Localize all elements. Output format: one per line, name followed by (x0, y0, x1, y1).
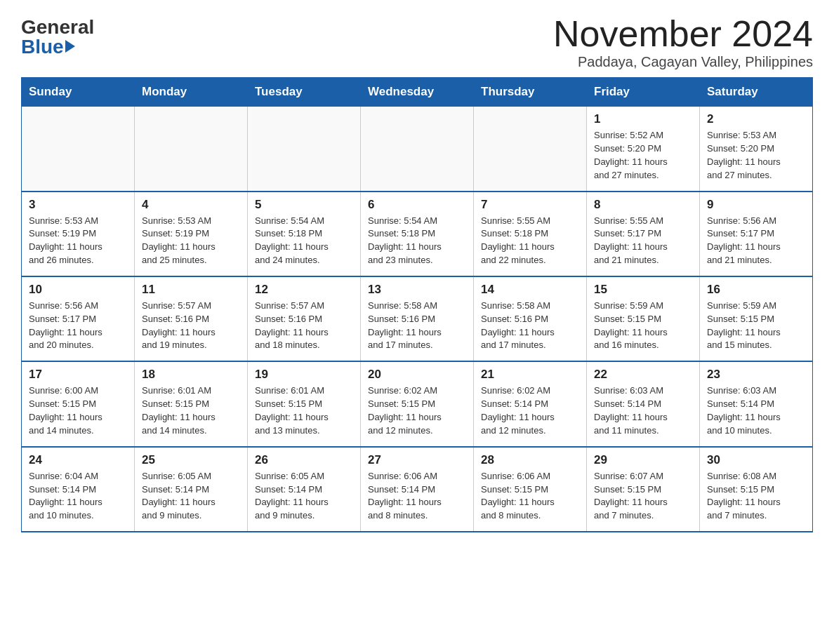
weekday-header-wednesday: Wednesday (361, 78, 474, 107)
calendar-cell: 11Sunrise: 5:57 AM Sunset: 5:16 PM Dayli… (135, 276, 248, 361)
day-info: Sunrise: 6:03 AM Sunset: 5:14 PM Dayligh… (594, 384, 692, 437)
logo-triangle-icon (65, 40, 75, 53)
day-info: Sunrise: 5:55 AM Sunset: 5:18 PM Dayligh… (481, 215, 579, 267)
day-number: 5 (255, 198, 353, 212)
day-info: Sunrise: 6:02 AM Sunset: 5:14 PM Dayligh… (481, 384, 579, 437)
day-number: 25 (142, 453, 240, 467)
calendar-cell: 18Sunrise: 6:01 AM Sunset: 5:15 PM Dayli… (135, 361, 248, 446)
day-number: 28 (481, 453, 579, 467)
calendar-week-row: 24Sunrise: 6:04 AM Sunset: 5:14 PM Dayli… (22, 447, 813, 532)
day-info: Sunrise: 5:54 AM Sunset: 5:18 PM Dayligh… (368, 215, 466, 267)
day-number: 19 (255, 368, 353, 382)
calendar-week-row: 10Sunrise: 5:56 AM Sunset: 5:17 PM Dayli… (22, 276, 813, 361)
calendar-cell: 23Sunrise: 6:03 AM Sunset: 5:14 PM Dayli… (700, 361, 813, 446)
calendar-cell: 2Sunrise: 5:53 AM Sunset: 5:20 PM Daylig… (700, 107, 813, 192)
day-info: Sunrise: 5:58 AM Sunset: 5:16 PM Dayligh… (368, 300, 466, 352)
calendar-table: SundayMondayTuesdayWednesdayThursdayFrid… (21, 77, 813, 532)
day-number: 21 (481, 368, 579, 382)
calendar-cell: 12Sunrise: 5:57 AM Sunset: 5:16 PM Dayli… (248, 276, 361, 361)
day-number: 10 (29, 283, 127, 297)
calendar-cell: 4Sunrise: 5:53 AM Sunset: 5:19 PM Daylig… (135, 192, 248, 276)
day-number: 9 (707, 198, 805, 212)
day-info: Sunrise: 5:57 AM Sunset: 5:16 PM Dayligh… (142, 300, 240, 352)
title-area: November 2024 Paddaya, Cagayan Valley, P… (553, 14, 813, 70)
day-info: Sunrise: 5:58 AM Sunset: 5:16 PM Dayligh… (481, 300, 579, 352)
day-info: Sunrise: 5:59 AM Sunset: 5:15 PM Dayligh… (594, 300, 692, 352)
calendar-cell: 17Sunrise: 6:00 AM Sunset: 5:15 PM Dayli… (22, 361, 135, 446)
day-number: 4 (142, 198, 240, 212)
calendar-cell: 9Sunrise: 5:56 AM Sunset: 5:17 PM Daylig… (700, 192, 813, 276)
calendar-cell: 14Sunrise: 5:58 AM Sunset: 5:16 PM Dayli… (474, 276, 587, 361)
weekday-header-thursday: Thursday (474, 78, 587, 107)
calendar-cell (474, 107, 587, 192)
day-number: 23 (707, 368, 805, 382)
day-info: Sunrise: 6:07 AM Sunset: 5:15 PM Dayligh… (594, 470, 692, 523)
calendar-cell: 29Sunrise: 6:07 AM Sunset: 5:15 PM Dayli… (587, 447, 700, 532)
calendar-week-row: 3Sunrise: 5:53 AM Sunset: 5:19 PM Daylig… (22, 192, 813, 276)
day-info: Sunrise: 5:54 AM Sunset: 5:18 PM Dayligh… (255, 215, 353, 267)
day-number: 7 (481, 198, 579, 212)
calendar-cell: 13Sunrise: 5:58 AM Sunset: 5:16 PM Dayli… (361, 276, 474, 361)
weekday-header-saturday: Saturday (700, 78, 813, 107)
day-number: 16 (707, 283, 805, 297)
day-info: Sunrise: 6:00 AM Sunset: 5:15 PM Dayligh… (29, 384, 127, 437)
day-number: 1 (594, 112, 692, 126)
day-number: 29 (594, 453, 692, 467)
day-info: Sunrise: 6:03 AM Sunset: 5:14 PM Dayligh… (707, 384, 805, 437)
day-number: 12 (255, 283, 353, 297)
day-number: 6 (368, 198, 466, 212)
day-info: Sunrise: 5:56 AM Sunset: 5:17 PM Dayligh… (707, 215, 805, 267)
calendar-cell (248, 107, 361, 192)
logo-blue-text: Blue (21, 37, 64, 57)
day-number: 8 (594, 198, 692, 212)
day-info: Sunrise: 5:52 AM Sunset: 5:20 PM Dayligh… (594, 129, 692, 182)
day-number: 24 (29, 453, 127, 467)
day-info: Sunrise: 5:53 AM Sunset: 5:20 PM Dayligh… (707, 129, 805, 182)
calendar-body: 1Sunrise: 5:52 AM Sunset: 5:20 PM Daylig… (22, 107, 813, 532)
day-info: Sunrise: 5:53 AM Sunset: 5:19 PM Dayligh… (142, 215, 240, 267)
calendar-cell: 25Sunrise: 6:05 AM Sunset: 5:14 PM Dayli… (135, 447, 248, 532)
calendar-cell: 15Sunrise: 5:59 AM Sunset: 5:15 PM Dayli… (587, 276, 700, 361)
day-info: Sunrise: 5:59 AM Sunset: 5:15 PM Dayligh… (707, 300, 805, 352)
calendar-cell: 22Sunrise: 6:03 AM Sunset: 5:14 PM Dayli… (587, 361, 700, 446)
day-number: 18 (142, 368, 240, 382)
day-info: Sunrise: 6:01 AM Sunset: 5:15 PM Dayligh… (255, 384, 353, 437)
calendar-cell (361, 107, 474, 192)
calendar-cell: 16Sunrise: 5:59 AM Sunset: 5:15 PM Dayli… (700, 276, 813, 361)
logo: General Blue (21, 14, 94, 57)
calendar-cell: 19Sunrise: 6:01 AM Sunset: 5:15 PM Dayli… (248, 361, 361, 446)
day-number: 17 (29, 368, 127, 382)
calendar-cell (135, 107, 248, 192)
calendar-cell (22, 107, 135, 192)
calendar-cell: 28Sunrise: 6:06 AM Sunset: 5:15 PM Dayli… (474, 447, 587, 532)
day-number: 30 (707, 453, 805, 467)
day-number: 27 (368, 453, 466, 467)
weekday-header-tuesday: Tuesday (248, 78, 361, 107)
day-info: Sunrise: 6:02 AM Sunset: 5:15 PM Dayligh… (368, 384, 466, 437)
logo-general-text: General (21, 18, 94, 37)
calendar-cell: 30Sunrise: 6:08 AM Sunset: 5:15 PM Dayli… (700, 447, 813, 532)
day-number: 14 (481, 283, 579, 297)
calendar-cell: 7Sunrise: 5:55 AM Sunset: 5:18 PM Daylig… (474, 192, 587, 276)
weekday-header-sunday: Sunday (22, 78, 135, 107)
calendar-week-row: 1Sunrise: 5:52 AM Sunset: 5:20 PM Daylig… (22, 107, 813, 192)
day-info: Sunrise: 5:57 AM Sunset: 5:16 PM Dayligh… (255, 300, 353, 352)
day-number: 26 (255, 453, 353, 467)
month-title: November 2024 (553, 14, 813, 54)
calendar-cell: 8Sunrise: 5:55 AM Sunset: 5:17 PM Daylig… (587, 192, 700, 276)
day-info: Sunrise: 6:06 AM Sunset: 5:15 PM Dayligh… (481, 470, 579, 523)
calendar-cell: 3Sunrise: 5:53 AM Sunset: 5:19 PM Daylig… (22, 192, 135, 276)
weekday-header-row: SundayMondayTuesdayWednesdayThursdayFrid… (22, 78, 813, 107)
calendar-cell: 26Sunrise: 6:05 AM Sunset: 5:14 PM Dayli… (248, 447, 361, 532)
calendar-cell: 21Sunrise: 6:02 AM Sunset: 5:14 PM Dayli… (474, 361, 587, 446)
day-info: Sunrise: 6:06 AM Sunset: 5:14 PM Dayligh… (368, 470, 466, 523)
calendar-cell: 20Sunrise: 6:02 AM Sunset: 5:15 PM Dayli… (361, 361, 474, 446)
day-info: Sunrise: 5:55 AM Sunset: 5:17 PM Dayligh… (594, 215, 692, 267)
weekday-header-friday: Friday (587, 78, 700, 107)
location-subtitle: Paddaya, Cagayan Valley, Philippines (553, 54, 813, 70)
calendar-week-row: 17Sunrise: 6:00 AM Sunset: 5:15 PM Dayli… (22, 361, 813, 446)
day-number: 2 (707, 112, 805, 126)
calendar-cell: 24Sunrise: 6:04 AM Sunset: 5:14 PM Dayli… (22, 447, 135, 532)
day-number: 13 (368, 283, 466, 297)
day-number: 22 (594, 368, 692, 382)
